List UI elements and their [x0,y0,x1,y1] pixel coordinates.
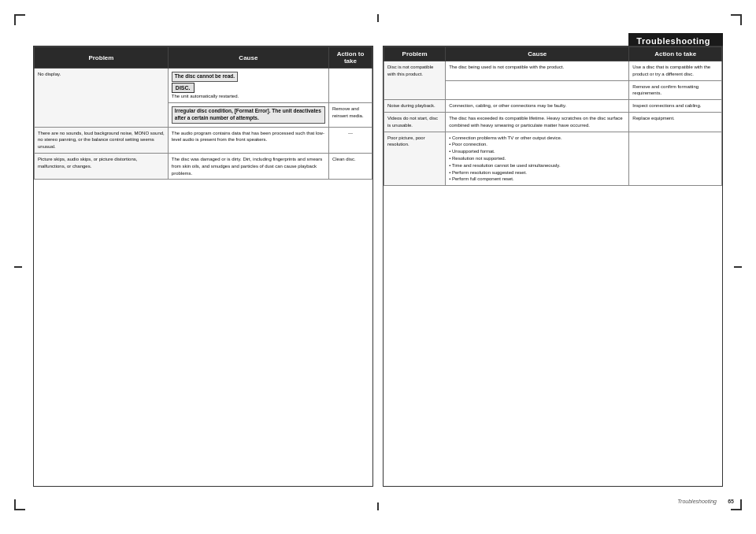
left-row3-problem: There are no sounds, loud background noi… [35,127,169,153]
left-col-cause: Cause [168,47,328,69]
left-col-action: Action to take [328,47,372,69]
left-table: Problem Cause Action to take No display.… [33,46,373,487]
table-row: Picture skips, audio skips, or picture d… [35,153,372,179]
right-row4-action: Replace equipment. [629,112,722,132]
table-row: There are no sounds, loud background noi… [35,127,372,153]
disc-badge: DISC. [172,83,195,93]
right-row1-problem: Disc is not compatible with this product… [384,61,446,100]
cause-highlight2: Irregular disc condition, [Format Error]… [172,106,325,124]
right-row5-cause: • Connection problems with TV or other o… [446,132,629,186]
corner-mark-tl [14,14,25,25]
right-row4-cause: The disc has exceeded its compatible lif… [446,112,629,132]
right-row4-problem: Videos do not start, disc is unusable. [384,112,446,132]
left-row2-cause: Irregular disc condition, [Format Error]… [168,103,328,128]
side-mark-right [734,266,742,268]
footer-page-number: 65 [728,499,734,504]
left-row1-cause: The disc cannot be read. DISC. The unit … [168,69,328,103]
left-row3-cause: The audio program contains data that has… [168,127,328,153]
right-col-action: Action to take [629,47,722,61]
left-row1-problem: No display. [35,69,169,128]
side-mark-left [14,266,22,268]
table-row: Poor picture, poor resolution. • Connect… [384,132,722,186]
page-container: Troubleshooting Problem Cause Action to … [0,0,756,534]
corner-mark-bl [14,499,25,510]
right-row5-action [629,132,722,186]
corner-mark-tr [731,14,742,25]
left-row4-problem: Picture skips, audio skips, or picture d… [35,153,169,179]
left-row4-action: Clean disc. [328,153,372,179]
right-row3-problem: Noise during playback. [384,100,446,113]
left-row1-action [328,69,372,103]
right-row1-cause: The disc being used is not compatible wi… [446,61,629,81]
table-row: Videos do not start, disc is unusable. T… [384,112,722,132]
cause-highlight: The disc cannot be read. [172,72,238,82]
right-table: Problem Cause Action to take Disc is not… [383,46,723,487]
footer-section-label: Troubleshooting [677,499,717,504]
right-row1-action: Use a disc that is compatible with the p… [629,61,722,81]
center-mark-bottom [377,502,379,510]
left-row4-cause: The disc was damaged or is dirty. Dirt, … [168,153,328,179]
right-row2-cause [446,80,629,100]
left-row3-action: — [328,127,372,153]
right-row3-action: Inspect connections and cabling. [629,100,722,113]
right-col-cause: Cause [446,47,629,61]
table-row: Noise during playback. Connection, cabli… [384,100,722,113]
center-mark-top [377,14,379,22]
right-row2-action: Remove and confirm formatting requiremen… [629,80,722,100]
left-row2-action: Remove and reinsert media. [328,103,372,128]
right-row3-cause: Connection, cabling, or other connection… [446,100,629,113]
table-row: Disc is not compatible with this product… [384,61,722,81]
right-col-problem: Problem [384,47,446,61]
content-area: Problem Cause Action to take No display.… [33,46,723,487]
table-row: No display. The disc cannot be read. DIS… [35,69,372,103]
right-row5-problem: Poor picture, poor resolution. [384,132,446,186]
left-col-problem: Problem [35,47,169,69]
